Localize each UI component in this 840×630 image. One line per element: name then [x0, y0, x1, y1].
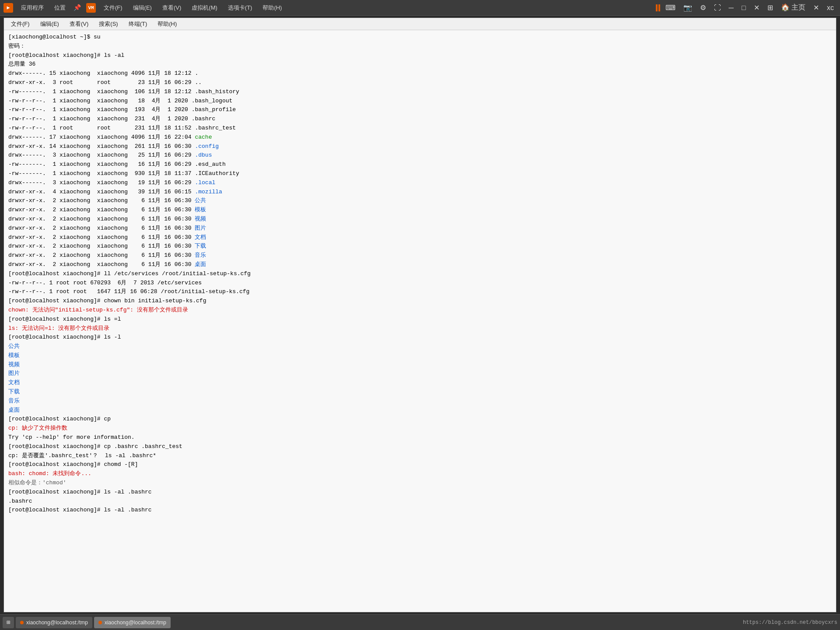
terminal-line: [root@localhost xiaochong]# cp: [8, 415, 832, 424]
menu-help[interactable]: 帮助(H): [260, 2, 284, 14]
wmenu-view[interactable]: 查看(V): [66, 19, 92, 29]
window-close-button[interactable]: ✕: [751, 3, 762, 13]
terminal-line: drwx------. 3 xiaochong xiaochong 25 11月…: [8, 151, 832, 160]
terminal-line: [xiaochong@localhost ~]$ su: [8, 33, 832, 42]
maximize-button[interactable]: □: [739, 3, 749, 13]
terminal-line: [root@localhost xiaochong]# cp .bashrc .…: [8, 442, 832, 452]
terminal-line: chown: 无法访问"initial-setup-ks.cfg": 没有那个文…: [8, 306, 832, 315]
terminal-line: -rw-r--r--. 1 root root 670293 6月 7 2013…: [8, 279, 832, 288]
terminal-line: 桌面: [8, 406, 832, 415]
terminal-line: -rw-------. 1 xiaochong xiaochong 930 11…: [8, 169, 832, 178]
terminal-line: [root@localhost xiaochong]# ls -al .bash…: [8, 506, 832, 515]
menu-file[interactable]: 文件(F): [101, 2, 125, 14]
terminal-line: drwx------. 15 xiaochong xiaochong 4096 …: [8, 69, 832, 78]
wmenu-search[interactable]: 搜索(S): [95, 19, 121, 29]
terminal-line: [root@localhost xiaochong]# ls -al: [8, 51, 832, 60]
wmenu-file[interactable]: 文件(F): [7, 19, 33, 29]
taskbar-url: https://blog.csdn.net/bboycxrs: [743, 620, 837, 626]
menu-location[interactable]: 位置: [52, 2, 68, 14]
detach-button[interactable]: ✕: [811, 3, 822, 13]
terminal-line: 下载: [8, 388, 832, 397]
terminal-line: drwxr-xr-x. 2 xiaochong xiaochong 6 11月 …: [8, 196, 832, 206]
terminal-line: drwx------. 3 xiaochong xiaochong 19 11月…: [8, 178, 832, 188]
console-button[interactable]: ⊞: [765, 3, 776, 13]
terminal-line: 密码：: [8, 42, 832, 51]
app-bar: ▶ 应用程序 位置 📌 VM 文件(F) 编辑(E) 查看(V) 虚拟机(M) …: [0, 0, 840, 16]
terminal-line: [root@localhost xiaochong]# chomd -[R]: [8, 460, 832, 469]
taskbar: ⊞ xiaochong@localhost:/tmp xiaochong@loc…: [0, 614, 840, 630]
taskbar-item-2[interactable]: xiaochong@localhost:/tmp: [94, 617, 171, 628]
menu-tab[interactable]: 选项卡(T): [225, 2, 255, 14]
minimize-button[interactable]: ─: [726, 3, 736, 13]
taskbar-item-2-label: xiaochong@localhost:/tmp: [105, 620, 166, 626]
terminal-line: ls: 无法访问=l: 没有那个文件或目录: [8, 324, 832, 333]
menu-app[interactable]: 应用程序: [18, 2, 46, 14]
terminal-line: [root@localhost xiaochong]# ls -l: [8, 333, 832, 342]
send-ctrl-alt-del[interactable]: ⌨: [663, 3, 678, 13]
terminal-line: drwxr-xr-x. 2 xiaochong xiaochong 6 11月 …: [8, 215, 832, 224]
terminal-line: -rw-------. 1 xiaochong xiaochong 106 11…: [8, 88, 832, 97]
taskbar-item-2-dot: [98, 621, 102, 624]
terminal-line: cp: 缺少了文件操作数: [8, 424, 832, 433]
terminal-line: 音乐: [8, 397, 832, 406]
extra-button[interactable]: xc: [824, 3, 836, 13]
terminal-line: -rw-r--r--. 1 xiaochong xiaochong 193 4月…: [8, 105, 832, 115]
terminal-line: 公共: [8, 342, 832, 351]
taskbar-item-1-label: xiaochong@localhost:/tmp: [26, 620, 88, 626]
menu-edit[interactable]: 编辑(E): [130, 2, 154, 14]
terminal-line: 相似命令是：'chmod': [8, 479, 832, 488]
terminal-line: cp: 是否覆盖'.bashrc_test'？ ls -al .bashrc*: [8, 452, 832, 461]
fullscreen-button[interactable]: ⛶: [711, 3, 724, 13]
terminal-line: drwxr-xr-x. 14 xiaochong xiaochong 261 1…: [8, 142, 832, 151]
pin-icon: 📌: [74, 4, 81, 11]
terminal-line: bash: chomd: 未找到命令...: [8, 469, 832, 479]
wmenu-edit[interactable]: 编辑(E): [37, 19, 63, 29]
taskbar-app-icon[interactable]: ⊞: [3, 617, 14, 628]
terminal-line: .bashrc: [8, 497, 832, 506]
terminal-line: -rw-r--r--. 1 root root 1647 11月 16 06:2…: [8, 287, 832, 297]
home-button[interactable]: 🏠 主页: [778, 2, 808, 13]
app-icon: ▶: [4, 3, 13, 13]
terminal-line: drwxr-xr-x. 3 root root 23 11月 16 06:29 …: [8, 78, 832, 88]
terminal-line: drwxr-xr-x. 2 xiaochong xiaochong 6 11月 …: [8, 242, 832, 251]
terminal-line: drwxr-xr-x. 2 xiaochong xiaochong 6 11月 …: [8, 251, 832, 260]
terminal-line: 文档: [8, 378, 832, 388]
terminal-line: 模板: [8, 351, 832, 360]
terminal-line: -rw-------. 1 xiaochong xiaochong 16 11月…: [8, 160, 832, 169]
terminal-line: [root@localhost xiaochong]# ls =l: [8, 315, 832, 324]
terminal-line: drwxr-xr-x. 4 xiaochong xiaochong 39 11月…: [8, 188, 832, 197]
terminal-line: drwxr-xr-x. 2 xiaochong xiaochong 6 11月 …: [8, 206, 832, 215]
terminal-line: drwxr-xr-x. 2 xiaochong xiaochong 6 11月 …: [8, 224, 832, 233]
wmenu-help[interactable]: 帮助(H): [154, 19, 180, 29]
vm-icon: VM: [86, 3, 96, 13]
terminal-line: 视频: [8, 360, 832, 370]
taskbar-item-1-dot: [20, 621, 24, 624]
settings-button[interactable]: ⚙: [697, 3, 709, 13]
terminal-line: [root@localhost xiaochong]# chown bin in…: [8, 297, 832, 306]
terminal-line: 总用量 36: [8, 60, 832, 69]
snapshot-button[interactable]: 📷: [681, 3, 695, 13]
terminal-line: drwxr-xr-x. 2 xiaochong xiaochong 6 11月 …: [8, 260, 832, 270]
window-menu-bar: 文件(F) 编辑(E) 查看(V) 搜索(S) 终端(T) 帮助(H): [4, 18, 836, 30]
wmenu-terminal[interactable]: 终端(T): [125, 19, 151, 29]
terminal-line-cache: drwx------. 17 xiaochong xiaochong 4096 …: [8, 133, 832, 142]
terminal-line: [root@localhost xiaochong]# ll /etc/serv…: [8, 270, 832, 279]
terminal-line: -rw-r--r--. 1 xiaochong xiaochong 18 4月 …: [8, 97, 832, 106]
terminal-line: drwxr-xr-x. 2 xiaochong xiaochong 6 11月 …: [8, 233, 832, 242]
terminal-line: Try 'cp --help' for more information.: [8, 433, 832, 442]
menu-vm[interactable]: 虚拟机(M): [189, 2, 220, 14]
pause-button[interactable]: [656, 4, 660, 11]
menu-view[interactable]: 查看(V): [160, 2, 184, 14]
terminal-content[interactable]: [xiaochong@localhost ~]$ su 密码： [root@lo…: [4, 30, 836, 612]
taskbar-item-1[interactable]: xiaochong@localhost:/tmp: [16, 617, 92, 628]
terminal-line: -rw-r--r--. 1 root root 231 11月 18 11:52…: [8, 124, 832, 133]
terminal-line: 图片: [8, 369, 832, 378]
terminal-line: -rw-r--r--. 1 xiaochong xiaochong 231 4月…: [8, 115, 832, 124]
terminal-line: [root@localhost xiaochong]# ls -al .bash…: [8, 488, 832, 497]
terminal-window: 文件(F) 编辑(E) 查看(V) 搜索(S) 终端(T) 帮助(H) [xia…: [4, 18, 836, 612]
